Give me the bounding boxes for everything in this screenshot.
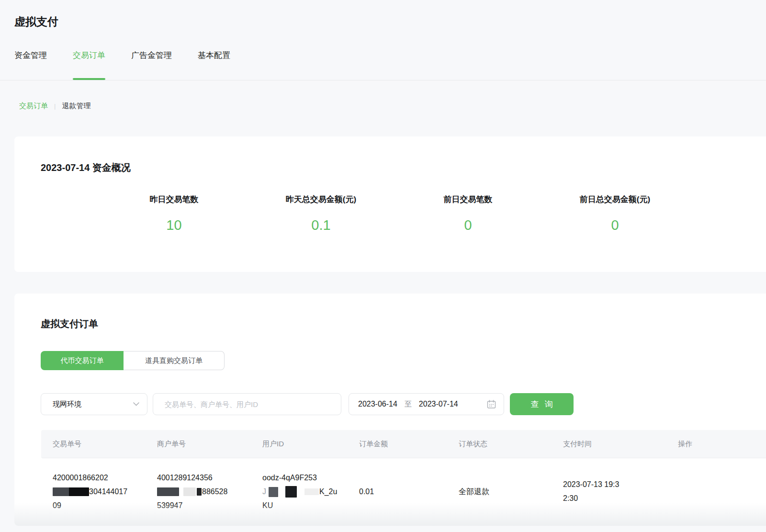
stat-value: 0 xyxy=(394,217,541,233)
stat-daybefore-count: 前日交易笔数 0 xyxy=(394,194,541,233)
col-pay-time: 支付时间 xyxy=(552,440,666,449)
date-start: 2023-06-14 xyxy=(358,400,397,408)
cell-status: 全部退款 xyxy=(447,485,552,498)
date-to-label: 至 xyxy=(405,400,412,409)
main-tab-bar: 资金管理 交易订单 广告金管理 基本配置 xyxy=(0,48,766,80)
stat-label: 前日总交易金额(元) xyxy=(541,194,688,205)
stat-value: 0.1 xyxy=(248,217,394,233)
orders-table: 交易单号 商户单号 用户ID 订单金额 订单状态 支付时间 操作 4200001… xyxy=(41,430,766,524)
calendar-icon xyxy=(487,400,496,409)
active-tab-underline xyxy=(73,78,105,80)
tab-basic-config[interactable]: 基本配置 xyxy=(198,48,230,80)
order-type-toggle: 代币交易订单 道具直购交易订单 xyxy=(41,351,225,370)
redaction-block xyxy=(183,487,196,496)
cell-pay-time: 2023-07-13 19:3 2:30 xyxy=(552,477,666,505)
date-end: 2023-07-14 xyxy=(419,400,458,408)
redaction-block xyxy=(304,488,319,495)
col-amount: 订单金额 xyxy=(348,440,447,449)
tab-funds-management[interactable]: 资金管理 xyxy=(14,48,47,80)
query-button[interactable]: 查询 xyxy=(510,393,574,415)
sub-nav: 交易订单 | 退款管理 xyxy=(19,102,90,111)
environment-select[interactable]: 现网环境 xyxy=(41,393,147,415)
stat-label: 前日交易笔数 xyxy=(394,194,541,205)
filter-bar: 现网环境 2023-06-14 至 2023-07-14 查询 xyxy=(41,393,574,415)
toggle-direct-purchase-orders[interactable]: 道具直购交易订单 xyxy=(124,351,225,370)
virtual-payment-orders-card: 虚拟支付订单 代币交易订单 道具直购交易订单 现网环境 2023-06-14 至… xyxy=(14,294,766,526)
stat-value: 0 xyxy=(541,217,688,233)
tab-transaction-orders[interactable]: 交易订单 xyxy=(73,48,105,80)
stat-yesterday-amount: 昨天总交易金额(元) 0.1 xyxy=(248,194,394,233)
stat-label: 昨日交易笔数 xyxy=(101,194,248,205)
summary-card-title: 2023-07-14 资金概况 xyxy=(41,161,131,174)
subnav-item-refund-management[interactable]: 退款管理 xyxy=(62,102,90,111)
subnav-item-transaction-orders[interactable]: 交易订单 xyxy=(19,102,48,111)
summary-stats: 昨日交易笔数 10 昨天总交易金额(元) 0.1 前日交易笔数 0 前日总交易金… xyxy=(101,194,688,233)
search-input[interactable] xyxy=(153,393,341,415)
cell-merchant-no: 4001289124356 886528 539947 xyxy=(146,471,251,512)
stat-yesterday-count: 昨日交易笔数 10 xyxy=(101,194,248,233)
cell-user-id: oodz-4qA9F253 JK_2u KU xyxy=(251,471,348,512)
funds-summary-card: 2023-07-14 资金概况 昨日交易笔数 10 昨天总交易金额(元) 0.1… xyxy=(14,136,766,272)
redaction-block xyxy=(69,487,89,496)
col-user-id: 用户ID xyxy=(251,440,348,449)
page-title: 虚拟支付 xyxy=(14,14,58,29)
redaction-block xyxy=(197,488,202,496)
table-header-row: 交易单号 商户单号 用户ID 订单金额 订单状态 支付时间 操作 xyxy=(41,430,766,458)
redaction-block xyxy=(53,487,71,496)
stat-daybefore-amount: 前日总交易金额(元) 0 xyxy=(541,194,688,233)
redaction-block xyxy=(285,486,297,498)
redaction-block xyxy=(157,487,179,496)
subnav-divider: | xyxy=(54,102,56,110)
redaction-block xyxy=(269,487,278,497)
cell-amount: 0.01 xyxy=(348,485,447,498)
chevron-down-icon xyxy=(133,402,139,406)
stat-value: 10 xyxy=(101,217,248,233)
redacted-fragment: J xyxy=(262,487,266,496)
date-range-picker[interactable]: 2023-06-14 至 2023-07-14 xyxy=(349,393,504,415)
col-merchant-no: 商户单号 xyxy=(146,440,251,449)
orders-card-title: 虚拟支付订单 xyxy=(41,317,98,330)
table-row: 4200001866202 304144017 09 4001289124356… xyxy=(41,458,766,524)
tab-ad-funds-management[interactable]: 广告金管理 xyxy=(131,48,172,80)
environment-select-value: 现网环境 xyxy=(53,400,81,409)
stat-label: 昨天总交易金额(元) xyxy=(248,194,394,205)
cell-trade-no: 4200001866202 304144017 09 xyxy=(41,471,146,512)
col-action: 操作 xyxy=(666,440,766,449)
toggle-token-orders[interactable]: 代币交易订单 xyxy=(41,351,124,370)
col-trade-no: 交易单号 xyxy=(41,440,146,449)
col-status: 订单状态 xyxy=(447,440,552,449)
